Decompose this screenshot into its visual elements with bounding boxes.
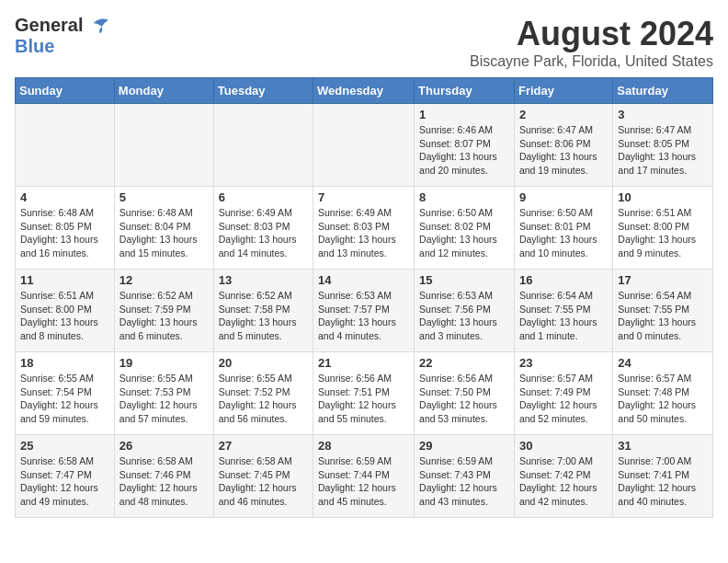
calendar-cell: 10Sunrise: 6:51 AM Sunset: 8:00 PM Dayli… xyxy=(613,187,713,270)
day-number: 1 xyxy=(419,108,509,121)
calendar-cell: 30Sunrise: 7:00 AM Sunset: 7:42 PM Dayli… xyxy=(514,435,612,518)
day-info: Sunrise: 6:50 AM Sunset: 8:01 PM Dayligh… xyxy=(519,206,608,260)
day-header-wednesday: Wednesday xyxy=(313,78,415,104)
day-header-saturday: Saturday xyxy=(613,78,713,104)
day-number: 22 xyxy=(419,356,509,370)
day-info: Sunrise: 6:55 AM Sunset: 7:53 PM Dayligh… xyxy=(119,372,209,426)
logo: General Blue xyxy=(15,15,110,57)
day-header-sunday: Sunday xyxy=(16,78,115,104)
day-number: 8 xyxy=(419,190,509,204)
day-info: Sunrise: 6:57 AM Sunset: 7:49 PM Dayligh… xyxy=(519,372,608,426)
day-number: 16 xyxy=(519,273,608,287)
day-header-tuesday: Tuesday xyxy=(213,78,313,104)
day-info: Sunrise: 6:55 AM Sunset: 7:52 PM Dayligh… xyxy=(219,372,308,426)
day-number: 2 xyxy=(519,108,608,121)
day-number: 7 xyxy=(318,190,409,204)
day-number: 5 xyxy=(119,190,209,204)
calendar-table: SundayMondayTuesdayWednesdayThursdayFrid… xyxy=(15,77,713,518)
calendar-cell: 4Sunrise: 6:48 AM Sunset: 8:05 PM Daylig… xyxy=(16,187,115,270)
calendar-cell: 26Sunrise: 6:58 AM Sunset: 7:46 PM Dayli… xyxy=(114,435,213,518)
logo-blue-text: Blue xyxy=(15,36,54,56)
week-row-4: 18Sunrise: 6:55 AM Sunset: 7:54 PM Dayli… xyxy=(16,352,713,435)
day-number: 27 xyxy=(219,439,308,453)
week-row-5: 25Sunrise: 6:58 AM Sunset: 7:47 PM Dayli… xyxy=(16,435,713,518)
title-section: August 2024 Biscayne Park, Florida, Unit… xyxy=(470,15,713,70)
day-info: Sunrise: 6:55 AM Sunset: 7:54 PM Dayligh… xyxy=(20,372,109,426)
day-number: 9 xyxy=(519,190,608,204)
day-number: 19 xyxy=(119,356,209,370)
day-number: 31 xyxy=(618,439,708,453)
day-info: Sunrise: 6:58 AM Sunset: 7:47 PM Dayligh… xyxy=(20,454,109,509)
day-info: Sunrise: 7:00 AM Sunset: 7:41 PM Dayligh… xyxy=(618,454,708,509)
day-number: 12 xyxy=(119,273,209,287)
day-info: Sunrise: 6:49 AM Sunset: 8:03 PM Dayligh… xyxy=(219,206,308,260)
day-number: 6 xyxy=(219,190,308,204)
day-number: 24 xyxy=(618,356,708,370)
calendar-cell: 11Sunrise: 6:51 AM Sunset: 8:00 PM Dayli… xyxy=(16,270,115,352)
day-info: Sunrise: 6:47 AM Sunset: 8:06 PM Dayligh… xyxy=(519,123,608,178)
day-info: Sunrise: 6:58 AM Sunset: 7:45 PM Dayligh… xyxy=(219,454,308,509)
day-info: Sunrise: 6:54 AM Sunset: 7:55 PM Dayligh… xyxy=(618,289,708,343)
calendar-cell: 14Sunrise: 6:53 AM Sunset: 7:57 PM Dayli… xyxy=(313,270,415,352)
day-number: 30 xyxy=(519,439,608,453)
calendar-cell: 16Sunrise: 6:54 AM Sunset: 7:55 PM Dayli… xyxy=(514,270,612,352)
calendar-cell: 21Sunrise: 6:56 AM Sunset: 7:51 PM Dayli… xyxy=(313,352,415,435)
day-number: 25 xyxy=(20,439,109,453)
week-row-3: 11Sunrise: 6:51 AM Sunset: 8:00 PM Dayli… xyxy=(16,270,713,352)
day-number: 20 xyxy=(219,356,308,370)
day-info: Sunrise: 6:47 AM Sunset: 8:05 PM Dayligh… xyxy=(618,123,708,178)
calendar-cell: 25Sunrise: 6:58 AM Sunset: 7:47 PM Dayli… xyxy=(16,435,115,518)
calendar-cell: 31Sunrise: 7:00 AM Sunset: 7:41 PM Dayli… xyxy=(613,435,713,518)
calendar-cell: 22Sunrise: 6:56 AM Sunset: 7:50 PM Dayli… xyxy=(415,352,515,435)
day-info: Sunrise: 6:58 AM Sunset: 7:46 PM Dayligh… xyxy=(119,454,209,509)
day-number: 29 xyxy=(419,439,509,453)
calendar-cell: 29Sunrise: 6:59 AM Sunset: 7:43 PM Dayli… xyxy=(415,435,515,518)
day-number: 11 xyxy=(20,273,109,287)
day-info: Sunrise: 6:51 AM Sunset: 8:00 PM Dayligh… xyxy=(618,206,708,260)
day-number: 21 xyxy=(318,356,409,370)
calendar-cell xyxy=(114,104,213,187)
location-title: Biscayne Park, Florida, United States xyxy=(470,53,713,70)
day-number: 17 xyxy=(618,273,708,287)
day-number: 14 xyxy=(318,273,409,287)
day-info: Sunrise: 6:46 AM Sunset: 8:07 PM Dayligh… xyxy=(419,123,509,178)
day-info: Sunrise: 7:00 AM Sunset: 7:42 PM Dayligh… xyxy=(519,454,608,509)
day-info: Sunrise: 6:48 AM Sunset: 8:04 PM Dayligh… xyxy=(119,206,209,260)
day-info: Sunrise: 6:52 AM Sunset: 7:58 PM Dayligh… xyxy=(219,289,308,343)
logo-general-text: General xyxy=(15,15,83,36)
calendar-cell: 7Sunrise: 6:49 AM Sunset: 8:03 PM Daylig… xyxy=(313,187,415,270)
calendar-cell: 20Sunrise: 6:55 AM Sunset: 7:52 PM Dayli… xyxy=(213,352,313,435)
day-number: 15 xyxy=(419,273,509,287)
day-info: Sunrise: 6:51 AM Sunset: 8:00 PM Dayligh… xyxy=(20,289,109,343)
calendar-cell: 23Sunrise: 6:57 AM Sunset: 7:49 PM Dayli… xyxy=(514,352,612,435)
day-info: Sunrise: 6:59 AM Sunset: 7:43 PM Dayligh… xyxy=(419,454,509,509)
day-info: Sunrise: 6:53 AM Sunset: 7:56 PM Dayligh… xyxy=(419,289,509,343)
day-number: 26 xyxy=(119,439,209,453)
day-info: Sunrise: 6:49 AM Sunset: 8:03 PM Dayligh… xyxy=(318,206,409,260)
calendar-cell: 5Sunrise: 6:48 AM Sunset: 8:04 PM Daylig… xyxy=(114,187,213,270)
day-info: Sunrise: 6:52 AM Sunset: 7:59 PM Dayligh… xyxy=(119,289,209,343)
page-header: General Blue August 2024 Biscayne Park, … xyxy=(15,15,713,70)
calendar-cell: 27Sunrise: 6:58 AM Sunset: 7:45 PM Dayli… xyxy=(213,435,313,518)
calendar-cell: 18Sunrise: 6:55 AM Sunset: 7:54 PM Dayli… xyxy=(16,352,115,435)
day-number: 13 xyxy=(219,273,308,287)
calendar-cell: 15Sunrise: 6:53 AM Sunset: 7:56 PM Dayli… xyxy=(415,270,515,352)
day-number: 10 xyxy=(618,190,708,204)
calendar-cell xyxy=(213,104,313,187)
week-row-2: 4Sunrise: 6:48 AM Sunset: 8:05 PM Daylig… xyxy=(16,187,713,270)
calendar-cell: 3Sunrise: 6:47 AM Sunset: 8:05 PM Daylig… xyxy=(613,104,713,187)
calendar-cell xyxy=(313,104,415,187)
day-number: 4 xyxy=(20,190,109,204)
day-header-thursday: Thursday xyxy=(415,78,515,104)
calendar-cell: 12Sunrise: 6:52 AM Sunset: 7:59 PM Dayli… xyxy=(114,270,213,352)
day-header-friday: Friday xyxy=(514,78,612,104)
calendar-header-row: SundayMondayTuesdayWednesdayThursdayFrid… xyxy=(16,78,713,104)
calendar-cell: 13Sunrise: 6:52 AM Sunset: 7:58 PM Dayli… xyxy=(213,270,313,352)
day-info: Sunrise: 6:54 AM Sunset: 7:55 PM Dayligh… xyxy=(519,289,608,343)
day-header-monday: Monday xyxy=(114,78,213,104)
day-info: Sunrise: 6:50 AM Sunset: 8:02 PM Dayligh… xyxy=(419,206,509,260)
day-info: Sunrise: 6:53 AM Sunset: 7:57 PM Dayligh… xyxy=(318,289,409,343)
day-info: Sunrise: 6:59 AM Sunset: 7:44 PM Dayligh… xyxy=(318,454,409,509)
calendar-cell: 8Sunrise: 6:50 AM Sunset: 8:02 PM Daylig… xyxy=(415,187,515,270)
day-info: Sunrise: 6:56 AM Sunset: 7:50 PM Dayligh… xyxy=(419,372,509,426)
